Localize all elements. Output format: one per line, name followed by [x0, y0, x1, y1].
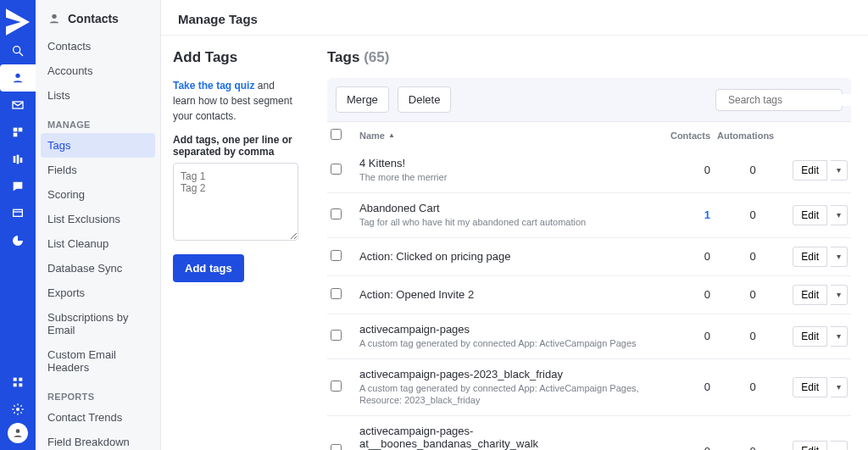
edit-button[interactable]: Edit	[793, 205, 827, 225]
merge-button[interactable]: Merge	[336, 86, 389, 113]
edit-button[interactable]: Edit	[793, 377, 827, 397]
sidebar-item[interactable]: Contact Trends	[36, 405, 160, 430]
row-checkbox[interactable]	[331, 330, 342, 341]
table-row: Action: Clicked on pricing page00Edit▾	[327, 238, 851, 276]
row-menu-button[interactable]: ▾	[831, 326, 848, 347]
add-tags-heading: Add Tags	[173, 49, 298, 66]
row-menu-button[interactable]: ▾	[831, 285, 848, 305]
svg-rect-4	[14, 128, 18, 132]
contacts-count: 0	[656, 250, 710, 263]
contacts-count: 0	[656, 164, 710, 176]
svg-rect-13	[19, 378, 22, 381]
tag-name: Action: Clicked on pricing page	[359, 250, 649, 263]
tags-heading: Tags (65)	[327, 49, 851, 66]
apps-icon[interactable]	[0, 369, 36, 396]
avatar[interactable]	[8, 423, 28, 443]
row-checkbox[interactable]	[331, 444, 342, 450]
contacts-count[interactable]: 1	[656, 208, 710, 221]
add-tags-button[interactable]: Add tags	[173, 254, 244, 282]
automations-count: 0	[717, 208, 788, 221]
tag-desc: A custom tag generated by connected App:…	[359, 382, 649, 408]
tag-name: Abandoned Cart	[359, 202, 649, 214]
sidebar-item[interactable]: Exports	[36, 281, 160, 305]
automations-count: 0	[717, 164, 788, 176]
row-menu-button[interactable]: ▾	[831, 441, 848, 450]
contacts-small-icon	[47, 12, 61, 25]
deals-icon[interactable]	[0, 119, 36, 146]
edit-button[interactable]: Edit	[793, 247, 827, 267]
table-row: 4 Kittens!The more the merrier00Edit▾	[327, 148, 851, 193]
svg-line-1	[19, 53, 23, 56]
svg-rect-7	[14, 156, 16, 163]
mail-icon[interactable]	[0, 92, 36, 119]
tag-quiz-blurb: Take the tag quiz and learn how to best …	[173, 78, 298, 124]
svg-point-17	[16, 429, 20, 433]
automations-count: 0	[717, 288, 788, 301]
sidebar-item[interactable]: Tags	[41, 133, 155, 158]
contacts-icon[interactable]	[0, 64, 36, 92]
add-tags-panel: Add Tags Take the tag quiz and learn how…	[161, 36, 310, 450]
row-menu-button[interactable]: ▾	[831, 247, 848, 267]
search-input[interactable]	[728, 94, 855, 106]
sidebar-item[interactable]: Custom Email Headers	[36, 342, 160, 380]
col-contacts[interactable]: Contacts	[656, 131, 710, 141]
table-row: activecampaign-pages-2023_black_fridayA …	[327, 359, 851, 417]
table-header: Name ▲ Contacts Automations	[327, 122, 851, 148]
sidebar-item[interactable]: Subscriptions by Email	[36, 305, 160, 342]
contacts-count: 0	[656, 445, 710, 450]
svg-rect-5	[19, 128, 23, 132]
tag-name: 4 Kittens!	[359, 157, 649, 169]
automations-count: 0	[717, 381, 788, 393]
edit-button[interactable]: Edit	[793, 285, 827, 305]
sidebar-item[interactable]: List Cleanup	[36, 231, 160, 256]
select-all-checkbox[interactable]	[331, 129, 342, 140]
chat-icon[interactable]	[0, 173, 36, 200]
col-automations[interactable]: Automations	[717, 131, 788, 141]
sidebar-item[interactable]: Contacts	[36, 34, 160, 58]
sidebar-item[interactable]: Field Breakdown	[36, 430, 160, 450]
tags-table: Name ▲ Contacts Automations 4 Kittens!Th…	[327, 121, 851, 450]
row-checkbox[interactable]	[331, 381, 342, 392]
sidebar-item[interactable]: Fields	[36, 158, 160, 182]
sidebar-group-label: REPORTS	[36, 380, 160, 405]
gear-icon[interactable]	[0, 396, 36, 423]
col-name[interactable]: Name ▲	[359, 131, 649, 141]
sidebar: Contacts ContactsAccountsLists MANAGETag…	[36, 0, 161, 450]
delete-button[interactable]: Delete	[398, 86, 452, 113]
sidebar-item[interactable]: List Exclusions	[36, 207, 160, 231]
row-checkbox[interactable]	[331, 250, 342, 261]
row-checkbox[interactable]	[331, 288, 342, 299]
table-row: activecampaign-pages-at__boones_bandanas…	[327, 416, 851, 450]
edit-button[interactable]: Edit	[793, 441, 827, 450]
sidebar-group-label: MANAGE	[36, 108, 160, 133]
tag-quiz-link[interactable]: Take the tag quiz	[173, 80, 254, 92]
automations-count: 0	[717, 250, 788, 263]
sidebar-title: Contacts	[36, 8, 160, 34]
svg-rect-9	[20, 158, 23, 163]
row-menu-button[interactable]: ▾	[831, 377, 848, 397]
automations-icon[interactable]	[0, 146, 36, 173]
row-menu-button[interactable]: ▾	[831, 160, 848, 181]
row-menu-button[interactable]: ▾	[831, 205, 848, 225]
tag-name: activecampaign-pages-2023_black_friday	[359, 368, 649, 381]
sidebar-item[interactable]: Database Sync	[36, 256, 160, 281]
table-row: Action: Opened Invite 200Edit▾	[327, 276, 851, 314]
edit-button[interactable]: Edit	[793, 326, 827, 347]
search-icon[interactable]	[0, 37, 36, 64]
brand-logo[interactable]	[0, 7, 36, 37]
svg-point-0	[14, 47, 20, 53]
edit-button[interactable]: Edit	[793, 160, 827, 181]
tags-toolbar: Merge Delete	[327, 78, 851, 121]
search-input-wrap[interactable]	[715, 89, 843, 111]
site-icon[interactable]	[0, 200, 36, 227]
sidebar-item[interactable]: Scoring	[36, 182, 160, 207]
sidebar-item[interactable]: Accounts	[36, 58, 160, 83]
tag-desc: The more the merrier	[359, 171, 649, 184]
row-checkbox[interactable]	[331, 164, 342, 175]
tag-name: activecampaign-pages-at__boones_bandanas…	[359, 425, 649, 450]
row-checkbox[interactable]	[331, 208, 342, 219]
table-row: activecampaign-pagesA custom tag generat…	[327, 314, 851, 359]
sidebar-item[interactable]: Lists	[36, 83, 160, 108]
tags-textarea[interactable]	[173, 163, 298, 241]
reports-icon[interactable]	[0, 227, 36, 254]
